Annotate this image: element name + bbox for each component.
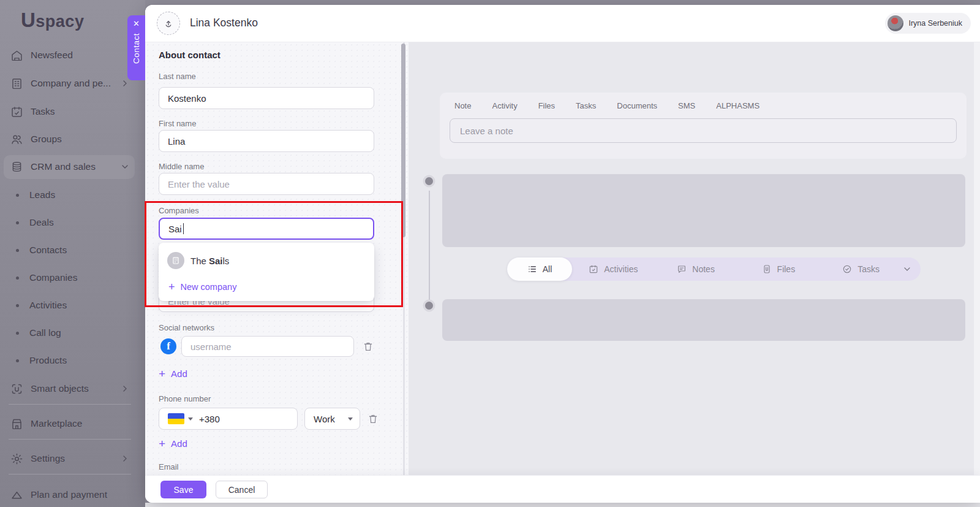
- logo-u-mark: U: [21, 9, 36, 31]
- chevron-right-icon: [120, 78, 130, 88]
- contact-panel-tab[interactable]: ✕ Contact: [127, 15, 145, 80]
- sidebar-item-plan-and-payment[interactable]: Plan and payment: [0, 487, 145, 503]
- database-stack-icon: [10, 161, 23, 173]
- middle-name-field[interactable]: Enter the value: [159, 173, 374, 195]
- timeline-panel: Note Activity Files Tasks Documents SMS …: [409, 42, 980, 475]
- sidebar-item-marketplace[interactable]: Marketplace: [0, 416, 145, 432]
- sidebar-item-crm-and-sales[interactable]: CRM and sales: [0, 159, 145, 175]
- tab-documents[interactable]: Documents: [617, 101, 657, 110]
- tab-activity[interactable]: Activity: [492, 101, 517, 110]
- sidebar-item-activities[interactable]: Activities: [0, 297, 145, 313]
- first-name-label: First name: [159, 119, 196, 128]
- note-card: Note Activity Files Tasks Documents SMS …: [440, 93, 967, 159]
- contact-modal: Lina Kostenko Iryna Serbeniuk About cont…: [145, 5, 980, 503]
- sidebar: Uspacy Newsfeed Company and pe... Tasks …: [0, 0, 145, 507]
- cancel-button[interactable]: Cancel: [216, 481, 268, 498]
- first-name-field[interactable]: Lina: [159, 130, 374, 152]
- phone-type-select[interactable]: Work: [304, 408, 360, 430]
- filter-files[interactable]: Files: [737, 264, 820, 274]
- section-title: About contact: [159, 50, 221, 60]
- filter-activities[interactable]: Activities: [572, 264, 655, 274]
- note-tabs: Note Activity Files Tasks Documents SMS …: [454, 101, 760, 110]
- plus-icon: +: [168, 281, 175, 292]
- calendar-check-icon: [10, 105, 23, 118]
- add-social-button[interactable]: +Add: [159, 368, 187, 379]
- company-option-the-sails[interactable]: The Sails: [159, 250, 374, 276]
- country-code-select[interactable]: [168, 413, 193, 424]
- ukraine-flag-icon: [168, 413, 184, 424]
- timeline-dot: [425, 302, 433, 310]
- timeline-item-placeholder: [442, 174, 965, 247]
- sidebar-divider: [9, 474, 131, 475]
- sidebar-item-groups[interactable]: Groups: [0, 131, 145, 147]
- chevron-down-icon[interactable]: [902, 264, 921, 274]
- filter-all[interactable]: All: [507, 257, 572, 281]
- save-button[interactable]: Save: [160, 481, 206, 498]
- tab-tasks[interactable]: Tasks: [576, 101, 596, 110]
- form-scrollbar-thumb[interactable]: [401, 44, 405, 237]
- timeline-item-placeholder: [442, 299, 965, 341]
- bullet-icon: [16, 194, 19, 197]
- email-label: Email: [159, 462, 179, 471]
- phone-field[interactable]: +380: [159, 408, 298, 430]
- last-name-label: Last name: [159, 72, 196, 81]
- tab-sms[interactable]: SMS: [678, 101, 695, 110]
- companies-field[interactable]: Sai: [159, 218, 374, 240]
- check-circle-icon: [842, 264, 852, 274]
- sidebar-item-settings[interactable]: Settings: [0, 451, 145, 467]
- timeline-connector: [429, 191, 430, 300]
- avatar: [888, 15, 903, 31]
- building-icon: [10, 77, 23, 90]
- trash-icon[interactable]: [363, 341, 374, 353]
- tab-files[interactable]: Files: [538, 101, 555, 110]
- chevron-right-icon: [120, 454, 130, 463]
- backdrop-strip-bottom: [145, 503, 980, 507]
- home-icon: [10, 49, 23, 62]
- sidebar-item-newsfeed[interactable]: Newsfeed: [0, 47, 145, 63]
- timeline-dot: [425, 177, 433, 185]
- last-name-field[interactable]: Kostenko: [159, 87, 374, 109]
- sidebar-item-company-and-people[interactable]: Company and pe...: [0, 75, 145, 91]
- user-name: Iryna Serbeniuk: [908, 19, 962, 28]
- gear-icon: [10, 452, 23, 465]
- sidebar-item-tasks[interactable]: Tasks: [0, 104, 145, 120]
- sidebar-item-deals[interactable]: Deals: [0, 215, 145, 231]
- sidebar-item-companies[interactable]: Companies: [0, 270, 145, 286]
- tab-alphasms[interactable]: ALPHASMS: [716, 101, 760, 110]
- facebook-icon[interactable]: f: [160, 338, 176, 354]
- sidebar-item-smart-objects[interactable]: Smart objects: [0, 381, 145, 397]
- modal-footer: Save Cancel: [145, 475, 980, 503]
- chevron-down-icon: [348, 417, 353, 421]
- close-icon[interactable]: ✕: [133, 20, 140, 28]
- middle-name-label: Middle name: [159, 162, 204, 171]
- timeline-scrollbar-track[interactable]: [974, 42, 980, 475]
- leave-note-input[interactable]: Leave a note: [450, 118, 957, 143]
- uspacy-logo[interactable]: Uspacy: [21, 9, 84, 32]
- sidebar-item-call-log[interactable]: Call log: [0, 325, 145, 341]
- social-username-field[interactable]: username: [181, 336, 354, 357]
- calendar-icon: [589, 264, 598, 274]
- plus-icon: +: [159, 438, 165, 449]
- companies-label: Companies: [159, 206, 199, 215]
- add-phone-button[interactable]: +Add: [159, 438, 187, 449]
- backdrop-strip-top: [145, 0, 980, 5]
- filter-tasks[interactable]: Tasks: [820, 264, 902, 274]
- sidebar-item-leads[interactable]: Leads: [0, 187, 145, 203]
- list-icon: [527, 264, 537, 274]
- sidebar-item-contacts[interactable]: Contacts: [0, 242, 145, 258]
- bullet-icon: [16, 249, 19, 252]
- new-company-button[interactable]: + New company: [159, 276, 374, 292]
- trash-icon[interactable]: [368, 413, 379, 425]
- sidebar-item-products[interactable]: Products: [0, 353, 145, 368]
- text-cursor: [183, 223, 184, 234]
- bullet-icon: [16, 332, 19, 335]
- sidebar-divider: [9, 439, 131, 440]
- social-networks-label: Social networks: [159, 323, 214, 332]
- upload-icon: [163, 18, 174, 29]
- filter-notes[interactable]: Notes: [655, 264, 737, 274]
- avatar-upload-button[interactable]: [157, 12, 180, 35]
- tab-note[interactable]: Note: [454, 101, 471, 110]
- user-menu[interactable]: Iryna Serbeniuk: [885, 13, 971, 34]
- bullet-icon: [16, 304, 19, 307]
- message-icon: [677, 264, 687, 274]
